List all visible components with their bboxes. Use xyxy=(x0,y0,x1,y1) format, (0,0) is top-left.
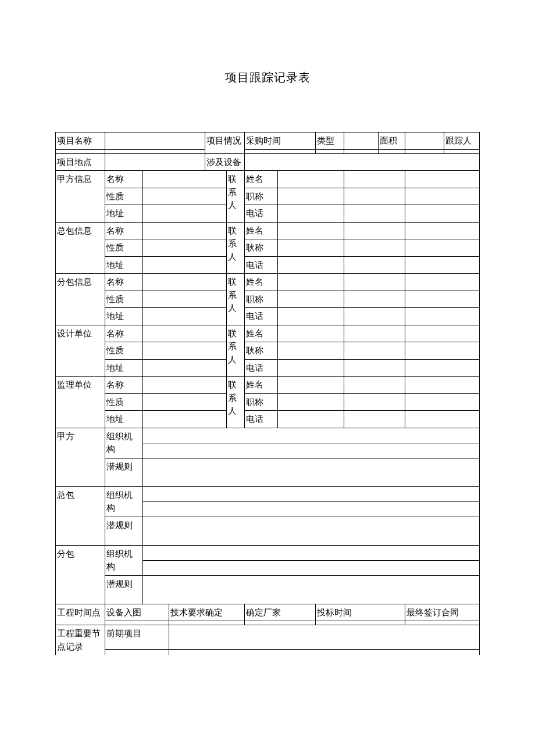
value-project-name xyxy=(105,132,205,150)
value-timeline-tech xyxy=(169,621,244,625)
value-party-a-phone-3 xyxy=(405,205,480,223)
value-milestone-2b xyxy=(169,650,479,655)
label-sup-addr: 地址 xyxy=(105,411,142,428)
value-sup-pname-3 xyxy=(405,377,480,394)
value-sub-pname-3 xyxy=(405,274,480,291)
label-party-a-contact: 联系人 xyxy=(227,171,245,223)
label-area: 面积 xyxy=(378,132,405,150)
value-sup-addr xyxy=(142,411,226,428)
value-party-a-ptitle xyxy=(278,188,344,205)
label-purchase-time: 采购时间 xyxy=(244,132,316,150)
value-org-a-struct-2 xyxy=(142,443,479,458)
label-gen-ptitle: 耿称 xyxy=(244,239,278,257)
value-des-addr xyxy=(142,359,226,377)
label-sub: 分包信息 xyxy=(56,274,105,325)
label-gen-contact: 联系人 xyxy=(227,222,245,274)
value-sup-phone-3 xyxy=(405,411,480,428)
label-org-a-struct: 组织机构 xyxy=(105,428,142,458)
label-sup-contact: 联系人 xyxy=(227,377,245,428)
value-timeline-vendor xyxy=(244,621,316,625)
value-milestone-prev xyxy=(169,625,479,650)
value-gen-nature xyxy=(142,239,226,257)
value-gen-phone xyxy=(278,256,344,274)
label-gen-phone: 电话 xyxy=(244,256,278,274)
value-des-phone-3 xyxy=(405,359,480,377)
value-sup-phone xyxy=(278,411,344,428)
value-des-phone xyxy=(278,359,344,377)
value-sub-ptitle-2 xyxy=(344,291,405,308)
label-des-name: 名称 xyxy=(105,325,142,342)
label-party-a-phone: 电话 xyxy=(244,205,278,223)
label-type: 类型 xyxy=(316,132,344,150)
label-des-ptitle: 耿称 xyxy=(244,342,278,360)
value-project-name-2 xyxy=(105,149,205,153)
value-gen-pname xyxy=(278,222,344,239)
label-milestone: 工程重要节点记录 xyxy=(56,625,105,655)
value-des-phone-2 xyxy=(344,359,405,377)
label-gen: 总包信息 xyxy=(56,222,105,274)
label-timeline-final: 最终签订合同 xyxy=(405,604,480,621)
label-equipment: 涉及设备 xyxy=(205,153,244,171)
value-sup-ptitle-3 xyxy=(405,393,480,411)
value-timeline-final xyxy=(405,621,480,625)
value-area xyxy=(405,132,444,150)
value-des-ptitle xyxy=(278,342,344,360)
value-gen-ptitle-2 xyxy=(344,239,405,257)
value-sup-ptitle xyxy=(278,393,344,411)
label-sub-ptitle: 职称 xyxy=(244,291,278,308)
label-gen-nature: 性质 xyxy=(105,239,142,257)
label-org-sub: 分包 xyxy=(56,545,105,604)
label-org-gen-rule: 潜规则 xyxy=(105,517,142,545)
value-des-pname xyxy=(278,325,344,342)
label-sup-name: 名称 xyxy=(105,377,142,394)
value-des-nature xyxy=(142,342,226,360)
value-gen-phone-2 xyxy=(344,256,405,274)
label-timeline-bid: 投标时间 xyxy=(316,604,405,621)
value-org-sub-struct-2 xyxy=(142,560,479,575)
label-org-a-rule: 潜规则 xyxy=(105,458,142,486)
value-type-2 xyxy=(316,149,344,153)
label-sub-pname: 姓名 xyxy=(244,274,278,291)
value-org-gen-rule xyxy=(142,517,479,545)
label-sup-nature: 性质 xyxy=(105,393,142,411)
value-org-gen-struct xyxy=(142,486,479,501)
label-org-sub-rule: 潜规则 xyxy=(105,575,142,604)
label-gen-pname: 姓名 xyxy=(244,222,278,239)
value-gen-pname-2 xyxy=(344,222,405,239)
value-sub-pname xyxy=(278,274,344,291)
label-project-name: 项目名称 xyxy=(56,132,105,150)
value-des-name xyxy=(142,325,226,342)
value-gen-phone-3 xyxy=(405,256,480,274)
label-sup: 监理单位 xyxy=(56,377,105,428)
label-timeline-equip: 设备入图 xyxy=(105,604,169,621)
label-sup-phone: 电话 xyxy=(244,411,278,428)
label-sub-name: 名称 xyxy=(105,274,142,291)
value-des-ptitle-2 xyxy=(344,342,405,360)
label-timeline: 工程时间点 xyxy=(56,604,105,625)
value-gen-ptitle-3 xyxy=(405,239,480,257)
value-type-2b xyxy=(344,149,378,153)
value-org-a-rule xyxy=(142,458,479,486)
label-org-gen-struct: 组织机构 xyxy=(105,486,142,517)
label-tracker: 跟踪人 xyxy=(444,132,480,150)
value-party-a-pname xyxy=(278,171,344,188)
value-area-2b xyxy=(405,149,444,153)
value-project-name-cont xyxy=(56,149,105,153)
value-sub-pname-2 xyxy=(344,274,405,291)
label-des-pname: 姓名 xyxy=(244,325,278,342)
value-org-gen-struct-2 xyxy=(142,501,479,517)
label-gen-name: 名称 xyxy=(105,222,142,239)
value-milestone-2a xyxy=(105,650,169,655)
value-sub-phone-2 xyxy=(344,308,405,325)
value-sup-ptitle-2 xyxy=(344,393,405,411)
value-sub-name xyxy=(142,274,226,291)
value-party-a-ptitle-2 xyxy=(344,188,405,205)
value-party-a-phone-2 xyxy=(344,205,405,223)
value-org-sub-struct xyxy=(142,545,479,560)
value-sub-phone-3 xyxy=(405,308,480,325)
value-project-location xyxy=(105,153,205,171)
label-party-a-nature: 性质 xyxy=(105,188,142,205)
label-sup-ptitle: 职称 xyxy=(244,393,278,411)
value-sub-nature xyxy=(142,291,226,308)
value-org-a-struct xyxy=(142,428,479,443)
